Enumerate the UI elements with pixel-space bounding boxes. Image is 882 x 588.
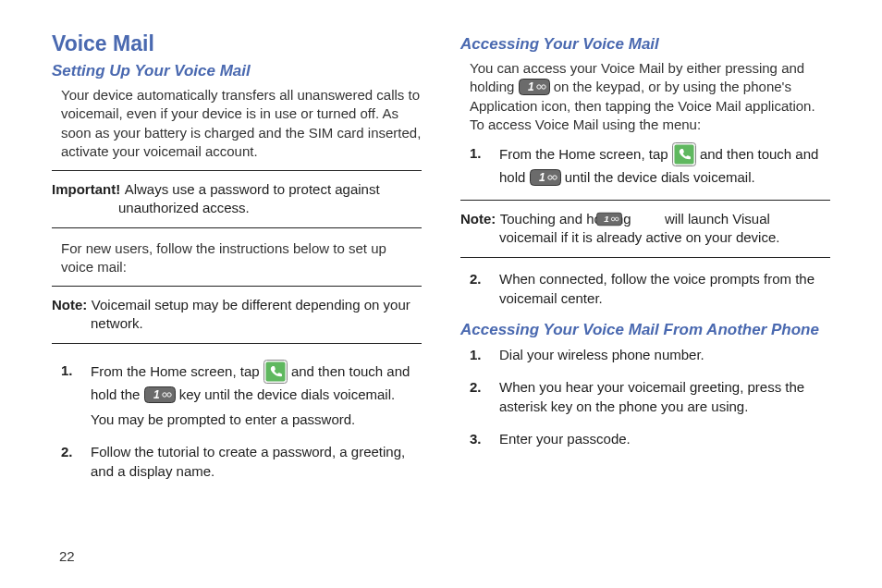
step-text: key until the device dials voicemail. <box>179 386 395 402</box>
step-text: From the Home screen, tap <box>499 146 672 162</box>
list-item: 3. Enter your passcode. <box>499 429 830 448</box>
note-text: Voicemail setup may be different dependi… <box>91 297 410 331</box>
step-number: 1. <box>470 143 482 163</box>
list-item: 2. When you hear your voicemail greeting… <box>499 377 830 416</box>
step-text: Dial your wireless phone number. <box>499 347 704 362</box>
new-users-text: For new users, follow the instructions b… <box>61 239 422 277</box>
list-item: 2. When connected, follow the voice prom… <box>499 269 830 308</box>
one-key-icon <box>519 79 550 95</box>
access-intro: You can access your Voice Mail by either… <box>470 59 830 134</box>
one-key-icon <box>635 212 661 227</box>
step-text: Enter your passcode. <box>499 431 631 447</box>
sub-heading-access: Accessing Your Voice Mail <box>460 35 830 54</box>
note-label: Note: <box>460 211 496 227</box>
list-item: 1. Dial your wireless phone number. <box>499 345 830 364</box>
step-number: 2. <box>470 269 482 288</box>
step-number: 2. <box>61 442 73 461</box>
note-text: Touching and holding will launch Visual … <box>499 211 779 245</box>
page-number: 22 <box>59 548 75 564</box>
list-item: 2. Follow the tutorial to create a passw… <box>91 442 422 481</box>
note-callout: Note: Voicemail setup may be different d… <box>52 286 422 344</box>
right-column: Accessing Your Voice Mail You can access… <box>460 31 830 494</box>
one-key-icon <box>530 169 561 186</box>
access-steps-list-2: 2. When connected, follow the voice prom… <box>460 269 830 308</box>
step-text: From the Home screen, tap <box>91 362 263 378</box>
list-item: 1. From the Home screen, tap and then to… <box>91 361 422 429</box>
one-key-icon <box>144 386 176 403</box>
step-text: until the device dials voicemail. <box>565 169 755 185</box>
sub-heading-another-phone: Accessing Your Voice Mail From Another P… <box>460 321 830 339</box>
important-callout: Important! Always use a password to prot… <box>52 170 422 228</box>
step-number: 1. <box>61 361 73 380</box>
step-number: 1. <box>470 345 482 364</box>
note-label: Note: <box>52 297 87 312</box>
left-column: Voice Mail Setting Up Your Voice Mail Yo… <box>52 31 422 494</box>
step-number: 2. <box>470 377 482 397</box>
important-text: Always use a password to protect against… <box>118 181 380 215</box>
step-number: 3. <box>470 429 482 448</box>
another-phone-steps: 1. Dial your wireless phone number. 2. W… <box>460 345 830 448</box>
important-label: Important! <box>52 181 120 197</box>
step-text: When connected, follow the voice prompts… <box>499 271 815 306</box>
list-item: 1. From the Home screen, tap and then to… <box>499 143 830 187</box>
note-callout: Note: Touching and holding will launch V… <box>460 200 830 258</box>
intro-paragraph: Your device automatically transfers all … <box>61 86 422 161</box>
sub-heading-setup: Setting Up Your Voice Mail <box>52 62 422 80</box>
step-text: When you hear your voicemail greeting, p… <box>499 379 804 414</box>
setup-steps-list: 1. From the Home screen, tap and then to… <box>52 361 422 481</box>
phone-app-icon <box>672 142 696 166</box>
step-text: Follow the tutorial to create a password… <box>91 444 405 479</box>
step-text: You may be prompted to enter a password. <box>91 411 355 427</box>
phone-app-icon <box>263 360 288 384</box>
access-steps-list: 1. From the Home screen, tap and then to… <box>460 143 830 187</box>
section-title: Voice Mail <box>52 31 422 56</box>
